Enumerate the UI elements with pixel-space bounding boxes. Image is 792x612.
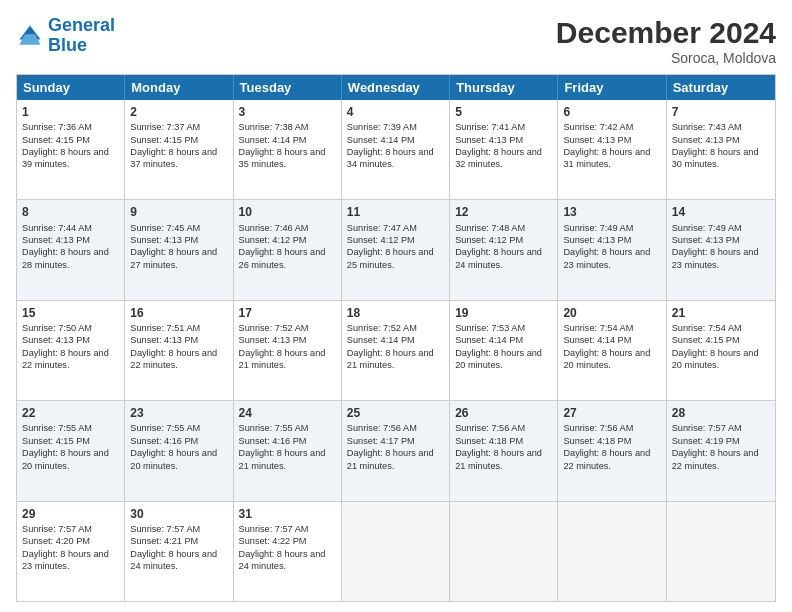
day-number: 6 (563, 104, 660, 120)
sunrise-text: Sunrise: 7:57 AM (672, 423, 742, 433)
daylight-text: Daylight: 8 hours and 39 minutes. (22, 147, 109, 169)
sunset-text: Sunset: 4:17 PM (347, 436, 415, 446)
sunrise-text: Sunrise: 7:36 AM (22, 122, 92, 132)
day-number: 20 (563, 305, 660, 321)
day-cell-31: 31Sunrise: 7:57 AMSunset: 4:22 PMDayligh… (234, 502, 342, 601)
sunset-text: Sunset: 4:15 PM (22, 135, 90, 145)
header: General Blue December 2024 Soroca, Moldo… (16, 16, 776, 66)
day-cell-2: 2Sunrise: 7:37 AMSunset: 4:15 PMDaylight… (125, 100, 233, 199)
day-number: 31 (239, 506, 336, 522)
sunrise-text: Sunrise: 7:57 AM (130, 524, 200, 534)
day-cell-13: 13Sunrise: 7:49 AMSunset: 4:13 PMDayligh… (558, 200, 666, 299)
day-cell-1: 1Sunrise: 7:36 AMSunset: 4:15 PMDaylight… (17, 100, 125, 199)
sunset-text: Sunset: 4:14 PM (347, 335, 415, 345)
daylight-text: Daylight: 8 hours and 37 minutes. (130, 147, 217, 169)
sunrise-text: Sunrise: 7:39 AM (347, 122, 417, 132)
day-number: 17 (239, 305, 336, 321)
day-cell-28: 28Sunrise: 7:57 AMSunset: 4:19 PMDayligh… (667, 401, 775, 500)
day-number: 16 (130, 305, 227, 321)
sunset-text: Sunset: 4:12 PM (455, 235, 523, 245)
header-cell-thursday: Thursday (450, 75, 558, 100)
day-cell-8: 8Sunrise: 7:44 AMSunset: 4:13 PMDaylight… (17, 200, 125, 299)
daylight-text: Daylight: 8 hours and 22 minutes. (130, 348, 217, 370)
sunset-text: Sunset: 4:12 PM (239, 235, 307, 245)
day-number: 27 (563, 405, 660, 421)
daylight-text: Daylight: 8 hours and 35 minutes. (239, 147, 326, 169)
sunrise-text: Sunrise: 7:56 AM (347, 423, 417, 433)
day-number: 23 (130, 405, 227, 421)
day-number: 2 (130, 104, 227, 120)
day-number: 1 (22, 104, 119, 120)
sunset-text: Sunset: 4:16 PM (130, 436, 198, 446)
daylight-text: Daylight: 8 hours and 22 minutes. (22, 348, 109, 370)
calendar-header: SundayMondayTuesdayWednesdayThursdayFrid… (17, 75, 775, 100)
day-number: 11 (347, 204, 444, 220)
empty-cell-4-6 (667, 502, 775, 601)
sunset-text: Sunset: 4:20 PM (22, 536, 90, 546)
daylight-text: Daylight: 8 hours and 24 minutes. (130, 549, 217, 571)
calendar-row-2: 15Sunrise: 7:50 AMSunset: 4:13 PMDayligh… (17, 300, 775, 400)
sunset-text: Sunset: 4:16 PM (239, 436, 307, 446)
day-number: 4 (347, 104, 444, 120)
sunset-text: Sunset: 4:12 PM (347, 235, 415, 245)
sunset-text: Sunset: 4:13 PM (563, 135, 631, 145)
day-number: 8 (22, 204, 119, 220)
sunset-text: Sunset: 4:15 PM (672, 335, 740, 345)
day-number: 9 (130, 204, 227, 220)
day-number: 28 (672, 405, 770, 421)
sunset-text: Sunset: 4:21 PM (130, 536, 198, 546)
daylight-text: Daylight: 8 hours and 22 minutes. (672, 448, 759, 470)
day-cell-4: 4Sunrise: 7:39 AMSunset: 4:14 PMDaylight… (342, 100, 450, 199)
sunrise-text: Sunrise: 7:43 AM (672, 122, 742, 132)
daylight-text: Daylight: 8 hours and 20 minutes. (672, 348, 759, 370)
logo-text: General Blue (48, 16, 115, 56)
daylight-text: Daylight: 8 hours and 24 minutes. (239, 549, 326, 571)
empty-cell-4-3 (342, 502, 450, 601)
logo-line2: Blue (48, 35, 87, 55)
daylight-text: Daylight: 8 hours and 28 minutes. (22, 247, 109, 269)
sunrise-text: Sunrise: 7:45 AM (130, 223, 200, 233)
sunrise-text: Sunrise: 7:49 AM (563, 223, 633, 233)
daylight-text: Daylight: 8 hours and 23 minutes. (672, 247, 759, 269)
sunset-text: Sunset: 4:13 PM (672, 235, 740, 245)
day-cell-17: 17Sunrise: 7:52 AMSunset: 4:13 PMDayligh… (234, 301, 342, 400)
day-number: 15 (22, 305, 119, 321)
sunrise-text: Sunrise: 7:54 AM (563, 323, 633, 333)
day-number: 3 (239, 104, 336, 120)
logo: General Blue (16, 16, 115, 56)
day-cell-5: 5Sunrise: 7:41 AMSunset: 4:13 PMDaylight… (450, 100, 558, 199)
sunset-text: Sunset: 4:15 PM (130, 135, 198, 145)
sunset-text: Sunset: 4:13 PM (563, 235, 631, 245)
sunset-text: Sunset: 4:18 PM (563, 436, 631, 446)
daylight-text: Daylight: 8 hours and 25 minutes. (347, 247, 434, 269)
calendar: SundayMondayTuesdayWednesdayThursdayFrid… (16, 74, 776, 602)
day-cell-29: 29Sunrise: 7:57 AMSunset: 4:20 PMDayligh… (17, 502, 125, 601)
sunset-text: Sunset: 4:13 PM (22, 235, 90, 245)
sunrise-text: Sunrise: 7:46 AM (239, 223, 309, 233)
day-number: 26 (455, 405, 552, 421)
day-cell-26: 26Sunrise: 7:56 AMSunset: 4:18 PMDayligh… (450, 401, 558, 500)
daylight-text: Daylight: 8 hours and 26 minutes. (239, 247, 326, 269)
day-number: 22 (22, 405, 119, 421)
empty-cell-4-5 (558, 502, 666, 601)
header-cell-sunday: Sunday (17, 75, 125, 100)
daylight-text: Daylight: 8 hours and 24 minutes. (455, 247, 542, 269)
day-cell-11: 11Sunrise: 7:47 AMSunset: 4:12 PMDayligh… (342, 200, 450, 299)
day-cell-3: 3Sunrise: 7:38 AMSunset: 4:14 PMDaylight… (234, 100, 342, 199)
sunset-text: Sunset: 4:13 PM (22, 335, 90, 345)
daylight-text: Daylight: 8 hours and 23 minutes. (22, 549, 109, 571)
sunrise-text: Sunrise: 7:37 AM (130, 122, 200, 132)
sunrise-text: Sunrise: 7:53 AM (455, 323, 525, 333)
header-cell-monday: Monday (125, 75, 233, 100)
day-cell-9: 9Sunrise: 7:45 AMSunset: 4:13 PMDaylight… (125, 200, 233, 299)
day-number: 24 (239, 405, 336, 421)
sunrise-text: Sunrise: 7:41 AM (455, 122, 525, 132)
sunset-text: Sunset: 4:22 PM (239, 536, 307, 546)
sunrise-text: Sunrise: 7:56 AM (563, 423, 633, 433)
day-cell-19: 19Sunrise: 7:53 AMSunset: 4:14 PMDayligh… (450, 301, 558, 400)
day-number: 30 (130, 506, 227, 522)
day-number: 14 (672, 204, 770, 220)
day-cell-27: 27Sunrise: 7:56 AMSunset: 4:18 PMDayligh… (558, 401, 666, 500)
header-cell-tuesday: Tuesday (234, 75, 342, 100)
sunrise-text: Sunrise: 7:55 AM (22, 423, 92, 433)
